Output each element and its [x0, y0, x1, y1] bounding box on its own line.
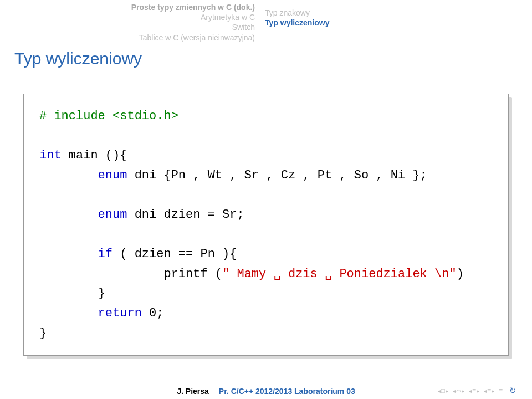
nav-subsection-item[interactable]: Typ znakowy — [265, 8, 532, 18]
page-title: Typ wyliczeniowy — [0, 46, 532, 78]
code-token: 0; — [142, 306, 164, 320]
code-box: # include <stdio.h> int main (){ enum dn… — [23, 94, 509, 356]
slide-header: Proste typy zmiennych w C (dok.) Arytmet… — [0, 0, 532, 46]
nav-section-item[interactable]: Proste typy zmiennych w C (dok.) — [0, 2, 255, 12]
code-token: printf ( — [39, 267, 222, 281]
code-token: ( dzien == Pn ){ — [112, 247, 237, 261]
slide-footer: J. Piersa Pr. C/C++ 2012/2013 Laboratori… — [0, 387, 532, 396]
code-listing: # include <stdio.h> int main (){ enum dn… — [23, 94, 509, 356]
nav-section-item[interactable]: Tablice w C (wersja nieinwazyjna) — [0, 33, 255, 43]
code-token: if — [39, 247, 112, 261]
nav-section-item[interactable]: Switch — [0, 22, 255, 32]
nav-subsection-item[interactable]: Typ wyliczeniowy — [265, 18, 532, 28]
code-token: " Mamy ␣ dzis ␣ Poniedzialek \n" — [222, 267, 457, 281]
code-token: return — [39, 306, 142, 320]
footer-title: Pr. C/C++ 2012/2013 Laboratorium 03 — [219, 387, 355, 396]
nav-subsections: Typ znakowy Typ wyliczeniowy — [265, 2, 532, 43]
footer-author: J. Piersa — [177, 387, 209, 396]
code-token: # include <stdio.h> — [39, 109, 178, 123]
code-token: enum — [39, 168, 127, 182]
code-token: } — [39, 287, 105, 300]
code-token: enum — [39, 208, 127, 222]
nav-section-item[interactable]: Arytmetyka w C — [0, 12, 255, 22]
code-token: main (){ — [62, 149, 127, 162]
code-token: int — [39, 149, 62, 162]
code-token: dni {Pn , Wt , Sr , Cz , Pt , So , Ni }; — [127, 168, 427, 182]
code-token: } — [39, 326, 47, 340]
code-token: dni dzien = Sr; — [127, 208, 244, 222]
nav-sections: Proste typy zmiennych w C (dok.) Arytmet… — [0, 2, 265, 43]
code-token: ) — [457, 267, 464, 281]
